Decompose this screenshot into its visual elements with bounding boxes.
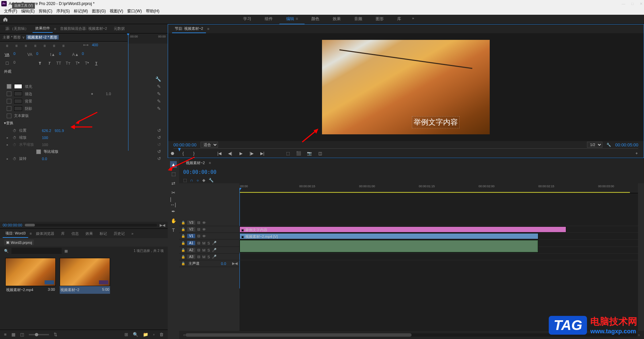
track-v3-header[interactable]: 🔒V3⊟👁 (179, 219, 239, 226)
align-right-icon[interactable]: ≡ (23, 43, 29, 49)
bold-icon[interactable]: T (37, 60, 43, 66)
small-caps-icon[interactable]: Tᴛ (65, 60, 71, 66)
pos-reset-icon[interactable]: ↺ (157, 128, 161, 133)
fill-color[interactable] (14, 84, 22, 89)
ws-overflow[interactable]: » (408, 14, 418, 24)
ws-color[interactable]: 颜色 (305, 14, 326, 24)
maximize-button[interactable]: □ (631, 2, 634, 6)
lock-icon[interactable]: 🔒 (181, 221, 185, 224)
extract-icon[interactable]: ⬛ (296, 150, 302, 156)
tab-menu-icon[interactable]: ≡ (54, 27, 56, 31)
scale-expand-icon[interactable]: ▸ (7, 136, 10, 139)
toggle-sync-icon[interactable]: ⊟ (197, 220, 200, 225)
track-name[interactable]: A3 (187, 255, 195, 259)
timeline-timecode[interactable]: 00:00:00:00 (183, 169, 216, 175)
track-a3-header[interactable]: 🔒A3⊟MS🎤 (179, 254, 239, 260)
program-res-select[interactable]: 1/2 (587, 142, 602, 148)
tab-audio-mixer[interactable]: 音频剪辑混合器: 视频素材~2 (57, 25, 110, 32)
search-icon[interactable]: 🔍 (4, 249, 9, 253)
voice-icon[interactable]: 🎤 (212, 241, 217, 245)
ec-transform-header[interactable]: ▾ 变换 (0, 119, 168, 127)
tab-media-browser[interactable]: 媒体浏览器 (33, 230, 57, 238)
seq-nest-icon[interactable]: ⬚ (183, 178, 187, 183)
scale-reset-icon[interactable]: ↺ (157, 135, 161, 140)
shadow-eyedropper-icon[interactable]: ✎ (157, 106, 161, 111)
track-name[interactable]: V1 (187, 234, 195, 238)
pos-x[interactable]: 626.2 (42, 129, 52, 133)
solo-icon[interactable]: S (207, 241, 210, 245)
ws-edit[interactable]: 编辑 (279, 14, 305, 24)
freeform-view-icon[interactable]: ◫ (20, 332, 24, 337)
align-center-icon[interactable]: ≡ (13, 43, 19, 49)
pos-stopwatch-icon[interactable]: ⏱ (13, 129, 16, 133)
track-name[interactable]: A2 (187, 248, 195, 252)
ws-learn[interactable]: 学习 (236, 14, 258, 24)
bg-checkbox[interactable] (7, 99, 11, 104)
out-point-icon[interactable]: } (191, 150, 197, 156)
selection-tool[interactable]: ▲ (170, 161, 177, 168)
delete-icon[interactable]: 🗑 (159, 332, 164, 337)
va2-icon[interactable]: VA (27, 52, 33, 58)
scale-val[interactable]: 100 (42, 136, 52, 140)
track-name[interactable]: A1 (187, 241, 195, 245)
track-select-tool[interactable]: ⬚ (170, 171, 177, 177)
track-v1-header[interactable]: 🔒V1⊟👁 (179, 233, 239, 240)
proj-tab-menu-icon[interactable]: ≡ (30, 231, 32, 235)
clip-video[interactable]: ▣ 视频素材~2.mp4 [V] (239, 233, 538, 239)
track-a1[interactable] (239, 240, 638, 247)
program-tc-left[interactable]: 00:00:00:00 (173, 142, 197, 147)
menu-graphics[interactable]: 图形(G) (91, 8, 107, 15)
ws-graphics[interactable]: 图形 (369, 14, 390, 24)
fill-checkbox[interactable] (7, 84, 11, 89)
va-icon[interactable]: VA (4, 52, 10, 58)
lift-icon[interactable]: ⬚ (285, 150, 291, 156)
stroke-checkbox[interactable] (7, 91, 11, 96)
stroke-eyedropper-icon[interactable]: ✎ (157, 91, 161, 96)
program-fit-select[interactable]: 适合 (201, 142, 218, 148)
program-menu-icon[interactable]: ≡ (207, 27, 209, 31)
new-item-icon[interactable]: ▫ (153, 332, 155, 337)
search-input[interactable] (11, 248, 62, 254)
track-a2[interactable] (239, 247, 638, 254)
program-settings-icon[interactable]: 🔧 (606, 143, 611, 147)
italic-icon[interactable]: T (46, 60, 52, 66)
play-icon[interactable]: ▶ (238, 150, 244, 156)
settings-icon[interactable]: 🔧 (209, 178, 214, 183)
in-point-icon[interactable]: { (180, 150, 186, 156)
menu-sequence[interactable]: 序列(S) (55, 8, 71, 15)
toggle-output-icon[interactable]: 👁 (202, 221, 206, 225)
bg-eyedropper-icon[interactable]: ✎ (157, 98, 161, 104)
ec-zoom-icon[interactable]: ▶◀ (160, 223, 165, 227)
hand-tool[interactable]: ✋ (170, 217, 177, 224)
ec-scrollbar[interactable] (25, 224, 157, 226)
link-icon[interactable]: ⟐ (197, 178, 199, 183)
razor-tool[interactable]: ✂ (170, 189, 177, 196)
menu-marker[interactable]: 标记(M) (72, 8, 89, 15)
sort-icon[interactable]: ⇅ (54, 332, 57, 337)
align-left-icon[interactable]: ≡ (4, 43, 10, 49)
work-area-bar[interactable] (239, 192, 630, 193)
tab-markers[interactable]: 标记 (97, 230, 110, 238)
mute-icon[interactable]: M (202, 241, 205, 245)
sub-icon[interactable]: T* (84, 60, 90, 66)
tab-source[interactable]: 源:（无剪辑） (3, 25, 31, 32)
thumb-size-slider[interactable] (29, 334, 49, 335)
track-v1[interactable]: ▣ 视频素材~2.mp4 [V] (239, 233, 638, 240)
tab-library[interactable]: 库 (58, 230, 67, 238)
uniform-checkbox[interactable] (36, 149, 41, 154)
vw-icon[interactable]: ⟷ (83, 43, 89, 49)
track-name[interactable]: V2 (187, 227, 195, 231)
track-v3[interactable] (239, 219, 638, 226)
rot-stopwatch-icon[interactable]: ⏱ (13, 157, 16, 161)
filter-icon[interactable]: ▦ (64, 249, 68, 253)
track-a1-header[interactable]: 🔒A1⊟MS🎤 (179, 240, 239, 247)
icon-view-icon[interactable]: ▦ (11, 332, 15, 337)
bg-color[interactable] (14, 99, 22, 104)
ws-library[interactable]: 库 (390, 14, 408, 24)
ec-playhead[interactable] (128, 33, 128, 151)
va2-val[interactable]: 0 (36, 52, 46, 58)
wrench-icon[interactable]: 🔧 (155, 76, 161, 82)
align-mid-icon[interactable]: ≡ (42, 43, 48, 49)
ws-effects[interactable]: 效果 (326, 14, 347, 24)
type-tool[interactable]: T (170, 227, 177, 233)
